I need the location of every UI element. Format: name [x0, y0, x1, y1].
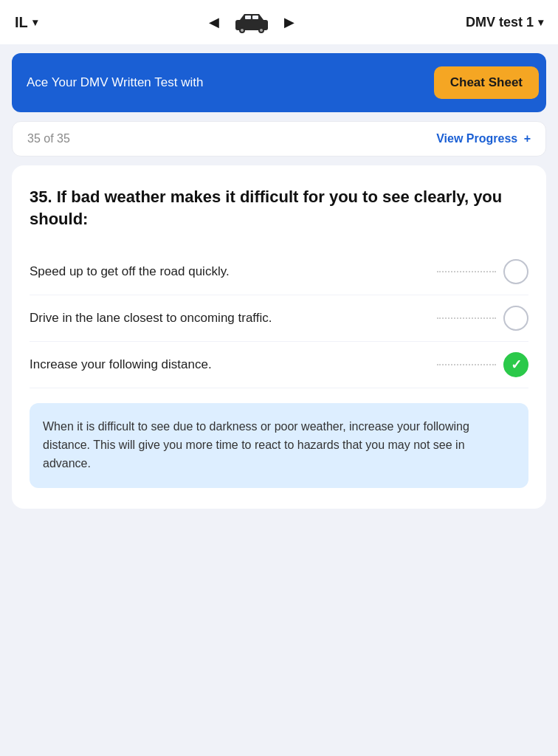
answer-text-2: Drive in the lane closest to oncoming tr… — [30, 309, 428, 327]
car-icon — [232, 10, 271, 34]
question-body: If bad weather makes it difficult for yo… — [30, 188, 502, 228]
progress-count: 35 of 35 — [27, 132, 70, 145]
state-chevron-icon: ▾ — [32, 16, 38, 28]
checkmark-icon: ✓ — [511, 357, 522, 373]
explanation-box: When it is difficult to see due to darkn… — [30, 403, 528, 487]
svg-rect-2 — [252, 16, 258, 19]
answer-text-3: Increase your following distance. — [30, 356, 428, 374]
dotted-line-3 — [437, 364, 496, 365]
answer-option-2[interactable]: Drive in the lane closest to oncoming tr… — [30, 295, 528, 342]
state-label: IL — [15, 14, 28, 31]
view-progress-plus-icon: + — [524, 132, 531, 145]
banner-text: Ace Your DMV Written Test with — [27, 75, 203, 90]
explanation-text: When it is difficult to see due to darkn… — [43, 420, 469, 470]
prev-arrow-icon[interactable]: ◀ — [209, 14, 219, 30]
view-progress-label: View Progress — [436, 132, 517, 145]
state-selector[interactable]: IL ▾ — [15, 14, 38, 31]
question-card: 35. If bad weather makes it difficult fo… — [12, 165, 546, 509]
nav-center: ◀ ▶ — [209, 10, 294, 34]
top-navigation: IL ▾ ◀ ▶ DMV test 1 ▾ — [0, 0, 558, 44]
answer-selector-2[interactable] — [437, 306, 528, 331]
promo-banner: Ace Your DMV Written Test with Cheat She… — [12, 53, 546, 112]
radio-circle-3[interactable]: ✓ — [503, 352, 528, 377]
svg-point-6 — [260, 29, 263, 32]
answer-selector-3[interactable]: ✓ — [437, 352, 528, 377]
cheat-sheet-button[interactable]: Cheat Sheet — [434, 66, 539, 99]
answer-text-1: Speed up to get off the road quickly. — [30, 263, 428, 281]
progress-container: 35 of 35 View Progress + — [12, 121, 546, 157]
test-selector[interactable]: DMV test 1 ▾ — [466, 15, 543, 30]
svg-point-4 — [241, 29, 244, 32]
view-progress-button[interactable]: View Progress + — [436, 132, 531, 145]
svg-rect-1 — [245, 16, 251, 19]
question-number: 35. — [30, 188, 52, 206]
radio-circle-2[interactable] — [503, 306, 528, 331]
test-label: DMV test 1 — [466, 15, 534, 30]
answer-selector-1[interactable] — [437, 259, 528, 284]
answer-option-3[interactable]: Increase your following distance. ✓ — [30, 342, 528, 388]
test-chevron-icon: ▾ — [538, 16, 543, 28]
next-arrow-icon[interactable]: ▶ — [284, 14, 294, 30]
dotted-line-1 — [437, 271, 496, 272]
radio-circle-1[interactable] — [503, 259, 528, 284]
answer-option-1[interactable]: Speed up to get off the road quickly. — [30, 249, 528, 295]
question-text: 35. If bad weather makes it difficult fo… — [30, 186, 528, 230]
dotted-line-2 — [437, 317, 496, 319]
